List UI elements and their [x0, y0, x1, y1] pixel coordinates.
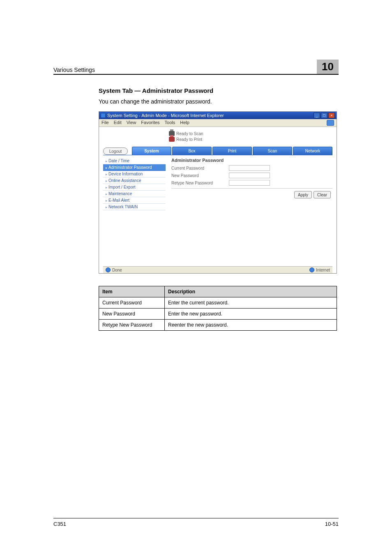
table-row: Retype New Password Reenter the new pass… [99, 320, 337, 331]
menu-favorites[interactable]: Favorites [141, 120, 159, 126]
status-scan: Ready to Scan [169, 131, 332, 136]
menu-tools[interactable]: Tools [165, 120, 175, 126]
description-table: Item Description Current Password Enter … [99, 286, 337, 331]
footer-left: C351 [53, 521, 66, 527]
table-cell-desc: Enter the current password. [165, 297, 337, 309]
table-cell-desc: Enter the new password. [165, 309, 337, 320]
window-title: System Setting - Admin Mode - Microsoft … [107, 113, 224, 118]
input-new-password[interactable] [229, 173, 270, 178]
chapter-number: 10 [317, 60, 339, 74]
sidebar-item-device-info[interactable]: Device Information [103, 171, 166, 177]
tab-scan[interactable]: Scan [253, 147, 292, 155]
table-cell-item: New Password [99, 309, 165, 320]
printer-icon [169, 137, 175, 142]
page-icon [106, 267, 111, 272]
ie-logo-icon [327, 120, 334, 126]
tab-print[interactable]: Print [212, 147, 252, 155]
label-retype-password: Retype New Password [171, 181, 229, 185]
sidebar-item-import-export[interactable]: Import / Export [103, 184, 166, 191]
menu-view[interactable]: View [127, 120, 136, 126]
status-print: Ready to Print [169, 137, 332, 142]
table-cell-item: Retype New Password [99, 320, 165, 331]
titlebar: System Setting - Admin Mode - Microsoft … [99, 112, 337, 119]
panel-title: Administrator Password [171, 158, 332, 163]
apply-button[interactable]: Apply [294, 191, 312, 198]
table-cell-desc: Reenter the new password. [165, 320, 337, 331]
status-scan-label: Ready to Scan [176, 131, 203, 136]
sidebar-item-date-time[interactable]: Date / Time [103, 158, 166, 164]
logout-button[interactable]: Logout [103, 147, 128, 155]
sidebar-item-admin-password[interactable]: Administrator Password [103, 164, 166, 171]
input-current-password[interactable] [229, 165, 270, 171]
table-header-description: Description [165, 286, 337, 297]
sidebar-item-email-alert[interactable]: E-Mail Alert [103, 197, 166, 204]
tab-system[interactable]: System [132, 147, 171, 155]
status-done: Done [112, 268, 122, 272]
section-heading: System Tab — Administrator Password [99, 87, 339, 94]
ie-icon [101, 113, 106, 118]
table-cell-item: Current Password [99, 297, 165, 309]
table-row: New Password Enter the new password. [99, 309, 337, 320]
window-minimize-button[interactable]: _ [314, 113, 320, 118]
table-header-item: Item [99, 286, 165, 297]
window-maximize-button[interactable]: □ [321, 113, 327, 118]
sidebar-item-online-assist[interactable]: Online Assistance [103, 177, 166, 184]
clear-button[interactable]: Clear [314, 191, 331, 198]
browser-statusbar: Done Internet [103, 266, 332, 273]
divider [171, 188, 332, 189]
internet-zone-icon [309, 267, 314, 272]
label-new-password: New Password [171, 173, 229, 178]
menubar: File Edit View Favorites Tools Help [99, 119, 337, 127]
tab-box[interactable]: Box [172, 147, 212, 155]
status-zone: Internet [316, 268, 330, 272]
menu-edit[interactable]: Edit [114, 120, 122, 126]
table-row: Current Password Enter the current passw… [99, 297, 337, 309]
header-title: Various Settings [53, 67, 95, 73]
sidebar-item-network-twain[interactable]: Network TWAIN [103, 204, 166, 210]
menu-help[interactable]: Help [180, 120, 189, 126]
section-intro: You can change the administrator passwor… [99, 98, 339, 105]
menu-file[interactable]: File [101, 120, 109, 126]
page-footer: C351 10-51 [53, 518, 339, 527]
tab-network[interactable]: Network [293, 147, 332, 155]
status-print-label: Ready to Print [176, 137, 202, 142]
window-close-button[interactable]: × [328, 113, 335, 118]
page-header: Various Settings 10 [53, 60, 339, 75]
label-current-password: Current Password [171, 166, 229, 170]
input-retype-password[interactable] [229, 180, 270, 186]
footer-right: 10-51 [325, 521, 339, 527]
screenshot-window: System Setting - Admin Mode - Microsoft … [99, 111, 337, 274]
sidebar-item-maintenance[interactable]: Maintenance [103, 191, 166, 197]
